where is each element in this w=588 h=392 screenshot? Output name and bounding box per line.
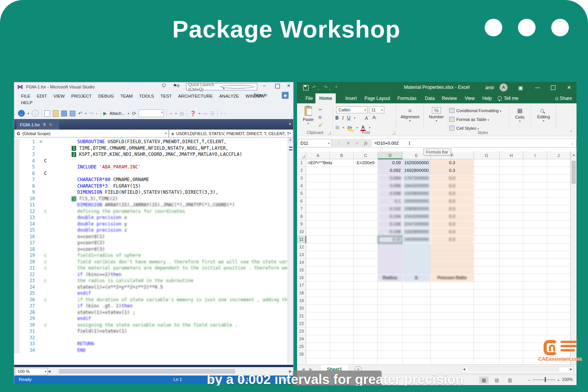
cell-C25[interactable] (354, 343, 378, 351)
cell-B21[interactable] (330, 312, 354, 320)
cell-C5[interactable] (354, 190, 378, 198)
cell-I23[interactable] (523, 328, 547, 335)
cell-J9[interactable] (547, 220, 570, 228)
cell-E14[interactable] (403, 259, 431, 266)
tab-list-caret-icon[interactable]: ▾ (289, 122, 291, 126)
cell-A16[interactable] (306, 274, 330, 282)
cell-F7[interactable]: 0.3 (431, 205, 474, 213)
row-header-5[interactable]: 5 (297, 190, 306, 198)
expand-formula-bar-icon[interactable]: ⌄ (571, 141, 576, 145)
cell-I15[interactable] (523, 266, 547, 274)
ribbon-tab-home[interactable]: Home (315, 93, 336, 103)
cell-E25[interactable] (403, 343, 431, 351)
cell-J19[interactable] (547, 297, 570, 305)
cell-B4[interactable] (330, 182, 354, 190)
vs-close-button[interactable]: ✕ (287, 83, 291, 88)
cell-D27[interactable] (378, 358, 403, 364)
cell-I20[interactable] (523, 305, 547, 312)
cell-B14[interactable] (330, 259, 354, 266)
vs-menu-help[interactable]: HELP (21, 100, 33, 105)
row-header-4[interactable]: 4 (297, 182, 306, 190)
cell-B8[interactable] (330, 213, 354, 220)
overflow-icon[interactable]: ⁞ (220, 111, 222, 116)
zoom-level[interactable]: 100% (562, 377, 573, 382)
tell-me-box[interactable]: Tell me (498, 93, 518, 103)
cell-G2[interactable] (474, 167, 500, 175)
refresh-icon[interactable]: ⟳ (132, 111, 136, 116)
navigate-forward-icon[interactable]: → (32, 110, 39, 117)
cell-A9[interactable] (306, 220, 330, 228)
cell-C22[interactable] (354, 320, 378, 328)
cell-B5[interactable] (330, 190, 354, 198)
cell-G19[interactable] (474, 297, 500, 305)
cell-A8[interactable] (306, 213, 330, 220)
font-color-caret[interactable]: ▾ (369, 126, 371, 129)
borders-caret[interactable]: ▾ (343, 126, 344, 129)
cell-B2[interactable] (330, 167, 354, 175)
vs-menu-item-tools[interactable]: TOOLS (139, 94, 154, 98)
scroll-left-icon[interactable]: ◀ (48, 369, 51, 373)
page-layout-view-icon[interactable]: ▤ (492, 377, 501, 384)
row-header-26[interactable]: 26 (297, 351, 306, 358)
cell-I7[interactable] (523, 205, 547, 213)
cell-A5[interactable] (306, 190, 330, 198)
cell-A1[interactable]: =E0*r^^Beta (306, 159, 330, 167)
cell-G3[interactable] (474, 175, 500, 182)
cell-J22[interactable] (547, 320, 570, 328)
vs-menu-item-project[interactable]: PROJECT (71, 94, 92, 98)
page-break-view-icon[interactable]: ▥ (505, 377, 514, 384)
row-header-18[interactable]: 18 (297, 289, 306, 297)
row-header-11[interactable]: 11 (297, 236, 306, 243)
cell-I21[interactable] (523, 312, 547, 320)
cell-F23[interactable] (431, 328, 474, 335)
increase-font-icon[interactable]: Aˆ (365, 115, 369, 121)
row-header-10[interactable]: 10 (297, 228, 306, 236)
cell-I5[interactable] (523, 190, 547, 198)
row-header-22[interactable]: 22 (297, 320, 306, 328)
cell-E13[interactable] (403, 251, 431, 259)
cell-F3[interactable]: 0.3 (431, 175, 474, 182)
cell-C12[interactable] (354, 243, 378, 251)
cell-C9[interactable] (354, 220, 378, 228)
cell-C18[interactable] (354, 289, 378, 297)
excel-close-button[interactable]: ✕ (567, 85, 571, 90)
ribbon-tab-page-layout[interactable]: Page Layout (361, 93, 394, 103)
cell-A3[interactable] (306, 175, 330, 182)
cell-F12[interactable] (431, 243, 474, 251)
cell-I4[interactable] (523, 182, 547, 190)
zoom-in-icon[interactable]: + (557, 378, 560, 382)
format-painter-icon[interactable]: 🖌 (318, 122, 323, 127)
find-icon[interactable]: ⌕ (170, 110, 172, 116)
scrollbar-thumb[interactable] (467, 368, 559, 372)
document-tab-fgm1[interactable]: FGM-1.for ⚲ ✕ (16, 120, 59, 129)
cell-E24[interactable] (403, 335, 431, 343)
cell-A17[interactable] (306, 282, 330, 289)
cell-E9[interactable]: 2247200000 (403, 220, 431, 228)
zoom-slider-thumb[interactable] (545, 377, 546, 382)
editor-zoom-dropdown[interactable]: 100 % (15, 368, 48, 375)
row-header-9[interactable]: 9 (297, 220, 306, 228)
cell-B7[interactable] (330, 205, 354, 213)
cell-E21[interactable] (403, 312, 431, 320)
open-file-icon[interactable] (53, 110, 59, 117)
scroll-up-icon[interactable]: ▲ (572, 153, 575, 157)
cell-J13[interactable] (547, 251, 570, 259)
cell-I13[interactable] (523, 251, 547, 259)
cell-J15[interactable] (547, 266, 570, 274)
font-dialog-launcher-icon[interactable] (392, 131, 395, 134)
cell-B25[interactable] (330, 343, 354, 351)
vs-menu-item-test[interactable]: TEST (160, 94, 172, 98)
cell-E26[interactable] (403, 351, 431, 358)
cell-D25[interactable] (378, 343, 403, 351)
cell-A20[interactable] (306, 305, 330, 312)
cell-B3[interactable] (330, 175, 354, 182)
cell-F19[interactable] (431, 297, 474, 305)
cell-A24[interactable] (306, 335, 330, 343)
cell-F11[interactable]: 0.3 (431, 236, 474, 243)
cell-D26[interactable] (378, 351, 403, 358)
vs-menu-item-team[interactable]: TEAM (120, 94, 132, 98)
excel-minimize-button[interactable]: — (535, 85, 540, 90)
cell-I14[interactable] (523, 259, 547, 266)
row-header-3[interactable]: 3 (297, 175, 306, 182)
cell-H27[interactable] (500, 358, 523, 364)
